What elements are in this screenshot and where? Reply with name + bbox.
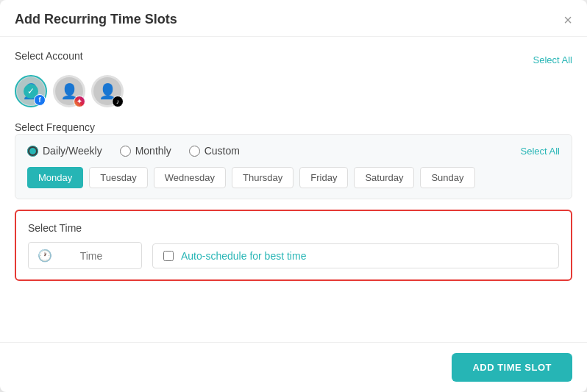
radio-custom[interactable]: Custom <box>189 145 240 157</box>
day-saturday[interactable]: Saturday <box>354 167 414 188</box>
day-monday[interactable]: Monday <box>27 167 83 188</box>
time-row: 🕐 Auto-schedule for best time <box>28 242 559 269</box>
radio-custom-label: Custom <box>204 145 240 157</box>
day-tuesday[interactable]: Tuesday <box>89 167 147 188</box>
clock-icon: 🕐 <box>38 249 52 263</box>
radio-row: Daily/Weekly Monthly Custom Select All <box>27 145 560 157</box>
auto-schedule-box[interactable]: Auto-schedule for best time <box>152 243 559 268</box>
auto-schedule-checkbox[interactable] <box>163 251 174 261</box>
radio-monthly-input[interactable] <box>120 146 131 157</box>
time-input[interactable] <box>58 250 124 262</box>
frequency-box: Daily/Weekly Monthly Custom Select All M… <box>15 134 572 199</box>
day-thursday[interactable]: Thursday <box>232 167 294 188</box>
modal-body: Select Account Select All 👤 ✓ f 👤 ✦ <box>0 37 587 342</box>
instagram-badge: ✦ <box>74 96 85 107</box>
tiktok-badge: ♪ <box>112 96 124 107</box>
day-wednesday[interactable]: Wednesday <box>154 167 226 188</box>
day-friday[interactable]: Friday <box>299 167 348 188</box>
avatars-row: 👤 ✓ f 👤 ✦ 👤 ♪ <box>15 75 572 107</box>
radio-monthly-label: Monthly <box>135 145 171 157</box>
avatar-tiktok[interactable]: 👤 ♪ <box>91 75 124 107</box>
time-section: Select Time 🕐 Auto-schedule for best tim… <box>15 210 572 281</box>
radio-daily-weekly[interactable]: Daily/Weekly <box>27 145 102 157</box>
auto-schedule-label: Auto-schedule for best time <box>181 250 306 262</box>
time-label: Select Time <box>28 222 82 234</box>
modal-footer: ADD TIME SLOT <box>0 342 587 392</box>
day-sunday[interactable]: Sunday <box>420 167 474 188</box>
radio-custom-input[interactable] <box>189 146 200 157</box>
facebook-badge: f <box>34 94 46 106</box>
account-select-all[interactable]: Select All <box>533 54 572 65</box>
frequency-select-all[interactable]: Select All <box>521 146 560 157</box>
radio-daily-weekly-label: Daily/Weekly <box>43 145 102 157</box>
modal-header: Add Recurring Time Slots × <box>0 0 587 37</box>
account-label: Select Account <box>15 50 83 62</box>
account-section-header: Select Account Select All <box>15 50 572 69</box>
avatar-instagram[interactable]: 👤 ✦ <box>53 75 85 107</box>
radio-monthly[interactable]: Monthly <box>120 145 171 157</box>
time-input-box[interactable]: 🕐 <box>28 242 142 269</box>
add-time-slot-button[interactable]: ADD TIME SLOT <box>452 353 572 382</box>
modal-title: Add Recurring Time Slots <box>15 12 177 27</box>
avatar-facebook[interactable]: 👤 ✓ f <box>15 75 47 107</box>
modal: Add Recurring Time Slots × Select Accoun… <box>0 0 587 392</box>
radio-daily-weekly-input[interactable] <box>27 146 38 157</box>
frequency-section: Select Frequency Daily/Weekly Monthly Cu… <box>15 121 572 199</box>
close-button[interactable]: × <box>563 13 572 27</box>
frequency-label: Select Frequency <box>15 121 95 133</box>
days-row: Monday Tuesday Wednesday Thursday Friday… <box>27 167 560 188</box>
